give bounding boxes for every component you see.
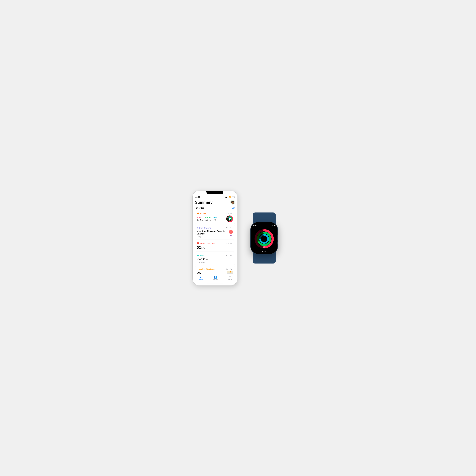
scroll-area[interactable]: Summary 🧑🏾 Favorites Edit 🔥 Activit xyxy=(193,199,237,274)
status-bar: 10:09 📶 xyxy=(193,194,237,199)
nav-browse[interactable]: ⊞ Browse xyxy=(228,275,232,280)
home-indicator xyxy=(207,284,223,284)
browse-label: Browse xyxy=(228,279,232,280)
heart-time: 9:36 AM › xyxy=(226,242,233,244)
heart-title-row: ❤️ Resting Heart Rate xyxy=(197,242,216,244)
heart-data: 62 BPM xyxy=(197,245,233,250)
heart-title: Resting Heart Rate xyxy=(200,242,216,244)
signal-bar-2 xyxy=(226,197,227,198)
scene: 10:09 📶 Summary xyxy=(185,183,291,293)
watch-app-name: Activity xyxy=(253,224,258,226)
heart-unit: BPM xyxy=(202,247,205,249)
sharing-label: Sharing xyxy=(213,279,218,280)
nav-sharing[interactable]: 👥 Sharing xyxy=(213,275,218,280)
cycle-time: 8:57 AM › xyxy=(226,227,233,229)
status-icons: 📶 xyxy=(225,196,235,198)
cycle-main-title: Menstrual Flow and Appetite Changes xyxy=(197,230,229,235)
walking-card[interactable]: ⇌ Walking Steadiness 9:41 AM › OK May 31… xyxy=(195,266,235,274)
mute-button xyxy=(192,201,193,204)
watch-body: Activity 10:09 xyxy=(251,222,277,254)
watch-dot-1 xyxy=(262,251,263,252)
watch-status-bar: Activity 10:09 xyxy=(253,224,275,226)
status-time: 10:09 xyxy=(195,196,200,198)
signal-bars xyxy=(225,196,228,198)
walking-chevron: › xyxy=(233,268,233,270)
walking-title: Walking Steadiness xyxy=(199,268,215,270)
walking-time: 9:41 AM › xyxy=(226,268,233,270)
cycle-title-row: ✦ Cycle Tracking xyxy=(197,227,211,229)
heart-icon: ❤️ xyxy=(197,242,199,244)
activity-chevron: › xyxy=(233,212,233,214)
stand-unit: hr xyxy=(215,219,217,221)
move-label: Move xyxy=(197,217,203,218)
watch-dot-3 xyxy=(265,251,266,252)
signal-bar-4 xyxy=(228,196,228,198)
activity-stats: Move 375 cal Exercise 19 min Stand xyxy=(197,217,217,221)
cycle-dot-small xyxy=(230,235,232,236)
activity-time: 9:36 AM › xyxy=(226,212,233,214)
watch-crown xyxy=(277,235,277,240)
signal-bar-3 xyxy=(227,197,227,198)
watch-dots xyxy=(253,251,275,252)
sleep-title-row: 🛏 Sleep xyxy=(197,254,204,256)
section-header: Favorites Edit xyxy=(195,207,235,209)
exercise-label: Exercise xyxy=(205,217,211,218)
sleep-card[interactable]: 🛏 Sleep 8:12 AM › 7 hr 30 min Time A xyxy=(195,253,235,265)
watch-rings: → → ↑ xyxy=(253,227,275,251)
side-button xyxy=(237,208,238,216)
activity-data: Move 375 cal Exercise 19 min Stand xyxy=(197,215,233,222)
stand-stat: Stand 3 hr xyxy=(213,217,217,221)
volume-down-button xyxy=(192,212,193,217)
sleep-minutes: 30 xyxy=(201,257,205,261)
activity-title-row: 🔥 Activity xyxy=(197,212,206,214)
avatar[interactable]: 🧑🏾 xyxy=(230,200,235,204)
volume-up-button xyxy=(192,205,193,210)
heart-card-header: ❤️ Resting Heart Rate 9:36 AM › xyxy=(197,242,233,244)
page-header: Summary 🧑🏾 xyxy=(195,200,235,204)
walking-title-row: ⇌ Walking Steadiness xyxy=(197,268,215,270)
walking-body: OK May 31–Jun 6 xyxy=(197,271,233,274)
walking-visual xyxy=(227,271,233,274)
heart-card[interactable]: ❤️ Resting Heart Rate 9:36 AM › 62 BPM xyxy=(195,240,235,251)
signal-bar-1 xyxy=(225,197,226,198)
sleep-hours: 7 xyxy=(197,257,199,261)
sharing-icon: 👥 xyxy=(214,275,217,279)
walking-icon: ⇌ xyxy=(197,268,198,270)
move-unit: cal xyxy=(202,219,204,221)
sleep-time: 8:12 AM › xyxy=(226,255,233,256)
cycle-card[interactable]: ✦ Cycle Tracking 8:57 AM › Menstrual Flo… xyxy=(195,225,235,239)
nav-summary[interactable]: ♥ Summary xyxy=(198,275,203,280)
activity-title: Activity xyxy=(200,212,206,214)
cycle-card-header: ✦ Cycle Tracking 8:57 AM › xyxy=(197,227,233,229)
apple-watch: Activity 10:09 xyxy=(245,212,284,264)
cycle-body: Menstrual Flow and Appetite Changes Toda… xyxy=(197,230,233,238)
battery-fill xyxy=(232,197,234,197)
heart-chevron: › xyxy=(233,242,233,244)
sleep-data: 7 hr 30 min Time Asleep xyxy=(197,257,233,263)
sleep-hours-unit: hr xyxy=(199,259,201,261)
walking-text: OK May 31–Jun 6 xyxy=(197,271,207,274)
walking-card-header: ⇌ Walking Steadiness 9:41 AM › xyxy=(197,268,233,270)
cycle-text: Menstrual Flow and Appetite Changes Toda… xyxy=(197,230,229,238)
cycle-chevron: › xyxy=(233,227,233,229)
exercise-unit: min xyxy=(209,219,211,221)
activity-card[interactable]: 🔥 Activity 9:36 AM › Move 375 xyxy=(195,210,235,224)
bottom-nav: ♥ Summary 👥 Sharing ⊞ Browse xyxy=(193,274,237,283)
cycle-visual xyxy=(229,230,233,236)
edit-button[interactable]: Edit xyxy=(232,207,235,209)
sleep-chevron: › xyxy=(233,255,233,256)
cycle-dot-large xyxy=(229,230,233,234)
summary-icon: ♥ xyxy=(200,275,201,279)
sleep-subtitle: Time Asleep xyxy=(197,261,233,263)
battery-icon xyxy=(232,196,235,198)
summary-label: Summary xyxy=(198,279,203,280)
sleep-card-header: 🛏 Sleep 8:12 AM › xyxy=(197,254,233,256)
cycle-icon: ✦ xyxy=(197,227,198,229)
svg-point-2 xyxy=(228,218,231,220)
heart-value: 62 xyxy=(197,245,201,249)
sleep-icon: 🛏 xyxy=(197,254,199,256)
watch-button xyxy=(277,242,277,244)
walking-value: OK xyxy=(197,271,207,274)
phone-content: Summary 🧑🏾 Favorites Edit 🔥 Activit xyxy=(193,199,237,285)
avatar-emoji: 🧑🏾 xyxy=(231,201,234,204)
